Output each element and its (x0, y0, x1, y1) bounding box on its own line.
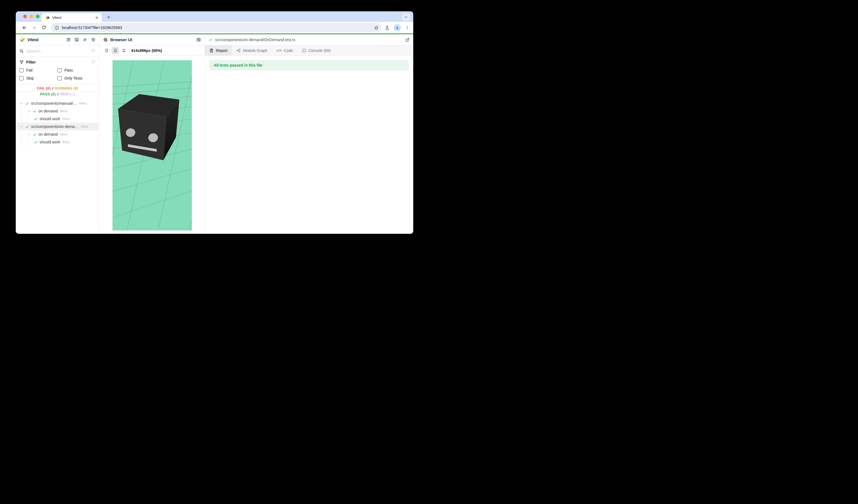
test-file-row[interactable]: src/components/manual/… 56ms (16, 99, 99, 107)
test-suite-row[interactable]: on demand 56ms (16, 107, 99, 115)
url-text[interactable]: localhost:5173/#/?file=1828625563 (62, 26, 374, 30)
filter-option-fail[interactable]: Fail (19, 68, 58, 72)
sidebar-header: Vitest (16, 34, 99, 45)
external-link-icon (405, 37, 410, 42)
site-info-icon[interactable] (54, 26, 59, 30)
tab-search-button[interactable] (402, 13, 410, 21)
collapse-windows-button[interactable] (66, 37, 71, 42)
test-case-row[interactable]: should work 43ms (16, 138, 99, 146)
check-icon (208, 37, 212, 42)
new-tab-button[interactable] (105, 13, 112, 21)
test-file-path: src/components/on-demand/OnDemand.test.t… (215, 37, 405, 42)
preview-header: Browser UI (99, 34, 205, 45)
preview-body (99, 56, 205, 234)
mobile-small-icon (122, 48, 126, 53)
bookmark-star-icon[interactable] (374, 26, 379, 30)
chevron-down-icon[interactable] (27, 132, 31, 136)
browser-preview-scene[interactable] (112, 60, 192, 230)
zoom-window-button[interactable] (36, 15, 39, 18)
funnel-icon (19, 60, 24, 64)
indent-guide (21, 115, 21, 123)
detail-header: src/components/on-demand/OnDemand.test.t… (205, 34, 413, 45)
report-content: All tests passed in this file (205, 56, 413, 234)
tab-console[interactable]: Console (69) (298, 45, 335, 55)
all-tests-passed-banner: All tests passed in this file (209, 60, 409, 70)
back-arrow-icon (22, 26, 27, 30)
filter-option-pass[interactable]: Pass (58, 68, 96, 72)
module-graph-icon (236, 48, 241, 53)
reload-button[interactable] (40, 24, 47, 31)
globe-icon (103, 37, 108, 42)
chevron-down-icon[interactable] (20, 125, 23, 129)
panel-right-icon (196, 37, 201, 42)
device-mobile-small-button[interactable] (120, 47, 127, 54)
reload-icon (42, 26, 46, 30)
traffic-lights (23, 15, 39, 18)
close-window-button[interactable] (23, 15, 27, 18)
tab-report[interactable]: Report (205, 45, 232, 55)
only-tests-checkbox[interactable] (58, 76, 62, 80)
filter-title: Filter (26, 60, 91, 64)
pass-count: PASS (2) (40, 92, 55, 96)
sidebar-actions (66, 37, 96, 42)
search-row (16, 45, 99, 57)
skip-count: SKIP (--) (60, 92, 75, 96)
clear-filter-icon[interactable] (91, 60, 96, 64)
address-bar[interactable]: localhost:5173/#/?file=1828625563 (51, 23, 381, 32)
device-phone-plus-button[interactable] (112, 47, 119, 54)
preview-title: Browser UI (110, 37, 196, 42)
filter-section: Filter Fail Pass (16, 57, 99, 84)
browser-tab[interactable]: Vitest (42, 13, 102, 22)
theme-toggle-button[interactable] (91, 37, 96, 42)
check-icon (25, 125, 29, 129)
minimize-window-button[interactable] (30, 15, 33, 18)
running-count: RUNNING (0) (55, 86, 78, 91)
filter-option-skip[interactable]: Skip (19, 76, 58, 80)
device-phone-button[interactable] (103, 47, 110, 54)
check-icon (33, 109, 37, 113)
filter-options: Fail Pass Skip Only Tests (19, 68, 96, 80)
back-button[interactable] (21, 24, 28, 31)
run-summary: FAIL (0) / RUNNING (0) PASS (2) / SKIP (… (16, 85, 99, 97)
forward-arrow-icon (32, 26, 36, 30)
tab-close-icon[interactable] (95, 15, 99, 20)
skip-checkbox[interactable] (19, 76, 23, 80)
pass-checkbox[interactable] (58, 68, 62, 72)
report-clipboard-icon (209, 48, 214, 53)
tab-code[interactable]: </> Code (272, 45, 298, 55)
code-icon: </> (276, 49, 282, 52)
vitest-logo-icon (19, 37, 25, 43)
run-all-button[interactable] (83, 37, 88, 42)
open-external-button[interactable] (405, 37, 410, 42)
forward-button[interactable] (30, 24, 37, 31)
test-case-row[interactable]: should work 55ms (16, 115, 99, 123)
clear-filter-icon[interactable] (91, 49, 96, 53)
test-file-row-selected[interactable]: src/components/on-dema… 43ms (16, 123, 99, 130)
person-icon (395, 26, 399, 30)
fail-checkbox[interactable] (19, 68, 23, 72)
search-input[interactable] (27, 49, 91, 53)
fail-count: FAIL (0) (37, 86, 51, 91)
vitest-ui: Vitest (16, 34, 413, 234)
experiments-flask-icon[interactable] (385, 26, 390, 30)
indent-guide (21, 107, 21, 115)
indent-guide (21, 130, 21, 138)
tab-module-graph[interactable]: Module Graph (232, 45, 272, 55)
tab-strip: Vitest (16, 11, 413, 22)
browser-toolbar: localhost:5173/#/?file=1828625563 (16, 22, 413, 33)
sun-icon (91, 37, 96, 42)
browser-preview-panel: Browser UI (99, 34, 205, 234)
test-detail-panel: src/components/on-demand/OnDemand.test.t… (205, 34, 413, 234)
test-suite-row[interactable]: on demand 43ms (16, 130, 99, 138)
chevron-down-icon[interactable] (27, 109, 31, 113)
dashboard-button[interactable] (74, 37, 79, 42)
menu-kebab-icon[interactable] (405, 26, 409, 30)
profile-avatar[interactable] (394, 24, 401, 31)
dock-panel-button[interactable] (196, 37, 201, 42)
test-tree: src/components/manual/… 56ms on demand 5… (16, 97, 99, 234)
console-icon (302, 48, 306, 53)
indent-guide (21, 138, 21, 146)
chevron-down-icon[interactable] (20, 101, 23, 105)
filter-option-only-tests[interactable]: Only Tests (58, 76, 96, 80)
detail-tabs: Report Module Graph </> Code (205, 45, 413, 56)
